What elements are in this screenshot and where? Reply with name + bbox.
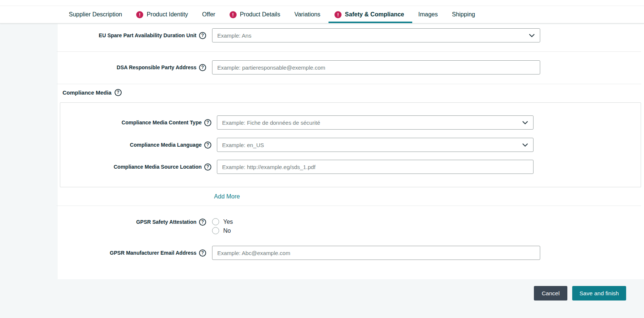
dsa-address-input[interactable] — [212, 60, 540, 74]
field-label-gpsr-email: GPSR Manufacturer Email Address ? — [67, 246, 206, 260]
tab-label: Variations — [294, 11, 320, 18]
radio-label: No — [223, 228, 231, 234]
field-label-cm-content-type: Compliance Media Content Type ? — [74, 115, 211, 130]
tab-shipping[interactable]: Shipping — [452, 6, 475, 23]
row-divider — [57, 206, 641, 206]
compliance-media-section-header: Compliance Media ? — [63, 88, 122, 96]
select-placeholder: Example: en_US — [222, 142, 264, 148]
field-label-cm-language: Compliance Media Language ? — [74, 138, 211, 152]
field-label-text: Compliance Media Language — [130, 142, 202, 148]
radio-option-yes[interactable]: Yes — [212, 218, 233, 226]
select-placeholder: Example: Fiche de données de sécurité — [222, 120, 320, 126]
help-icon[interactable]: ? — [204, 141, 211, 149]
field-label-dsa-address: DSA Responsible Party Address ? — [67, 60, 206, 74]
tabs-container: Supplier Description ! Product Identity … — [69, 6, 475, 23]
field-label-gpsr-attestation: GPSR Safety Attestation ? — [67, 215, 206, 229]
error-icon: ! — [136, 11, 143, 18]
help-icon[interactable]: ? — [199, 64, 206, 71]
radio-circle-icon[interactable] — [212, 218, 219, 225]
field-label-cm-source-location: Compliance Media Source Location ? — [74, 160, 211, 174]
cm-content-type-select[interactable]: Example: Fiche de données de sécurité — [217, 115, 534, 130]
tab-label: Product Details — [240, 11, 281, 18]
chevron-down-icon — [529, 34, 535, 38]
help-icon[interactable]: ? — [115, 89, 122, 96]
radio-label: Yes — [223, 219, 233, 225]
error-icon: ! — [230, 11, 237, 18]
tab-label: Product Identity — [147, 11, 188, 18]
tab-label: Safety & Compliance — [345, 11, 404, 18]
select-placeholder: Example: Ans — [217, 32, 251, 39]
tab-label: Images — [418, 11, 438, 18]
field-label-text: DSA Responsible Party Address — [117, 64, 196, 70]
gpsr-email-input[interactable] — [212, 246, 540, 260]
active-tab-underline — [329, 22, 412, 23]
tab-label: Offer — [202, 11, 215, 18]
row-divider — [57, 84, 641, 84]
gpsr-attestation-radio-group: Yes No — [212, 218, 233, 235]
tab-product-details[interactable]: ! Product Details — [230, 6, 281, 23]
chevron-down-icon — [522, 121, 528, 125]
help-icon[interactable]: ? — [199, 32, 206, 39]
tab-product-identity[interactable]: ! Product Identity — [136, 6, 188, 23]
cancel-button[interactable]: Cancel — [534, 286, 567, 300]
field-label-text: Compliance Media Source Location — [114, 164, 202, 170]
tab-safety-and-compliance[interactable]: ! Safety & Compliance — [334, 6, 404, 23]
help-icon[interactable]: ? — [204, 163, 211, 171]
field-label-text: GPSR Manufacturer Email Address — [110, 250, 196, 256]
eu-spare-part-unit-select[interactable]: Example: Ans — [212, 28, 540, 42]
tab-label: Supplier Description — [69, 11, 122, 18]
help-icon[interactable]: ? — [199, 219, 206, 226]
radio-circle-icon[interactable] — [212, 227, 219, 234]
add-more-link[interactable]: Add More — [193, 192, 260, 201]
radio-option-no[interactable]: No — [212, 227, 233, 235]
row-divider — [57, 51, 641, 52]
field-label-eu-spare-part-unit: EU Spare Part Availability Duration Unit… — [67, 28, 206, 42]
cm-language-select[interactable]: Example: en_US — [217, 138, 534, 152]
error-icon: ! — [334, 11, 342, 18]
help-icon[interactable]: ? — [199, 249, 206, 257]
tab-variations[interactable]: Variations — [294, 6, 320, 23]
field-label-text: GPSR Safety Attestation — [136, 219, 196, 225]
tab-label: Shipping — [452, 11, 475, 18]
cm-source-location-input[interactable] — [217, 160, 534, 174]
field-label-text: EU Spare Part Availability Duration Unit — [99, 32, 196, 38]
tab-images[interactable]: Images — [418, 6, 438, 23]
chevron-down-icon — [522, 143, 528, 147]
tab-supplier-description[interactable]: Supplier Description — [69, 6, 122, 23]
tab-offer[interactable]: Offer — [202, 6, 215, 23]
section-title: Compliance Media — [63, 89, 112, 96]
field-label-text: Compliance Media Content Type — [122, 120, 202, 125]
tab-bar: Supplier Description ! Product Identity … — [0, 0, 644, 23]
save-and-finish-button[interactable]: Save and finish — [572, 286, 626, 300]
help-icon[interactable]: ? — [204, 119, 211, 126]
